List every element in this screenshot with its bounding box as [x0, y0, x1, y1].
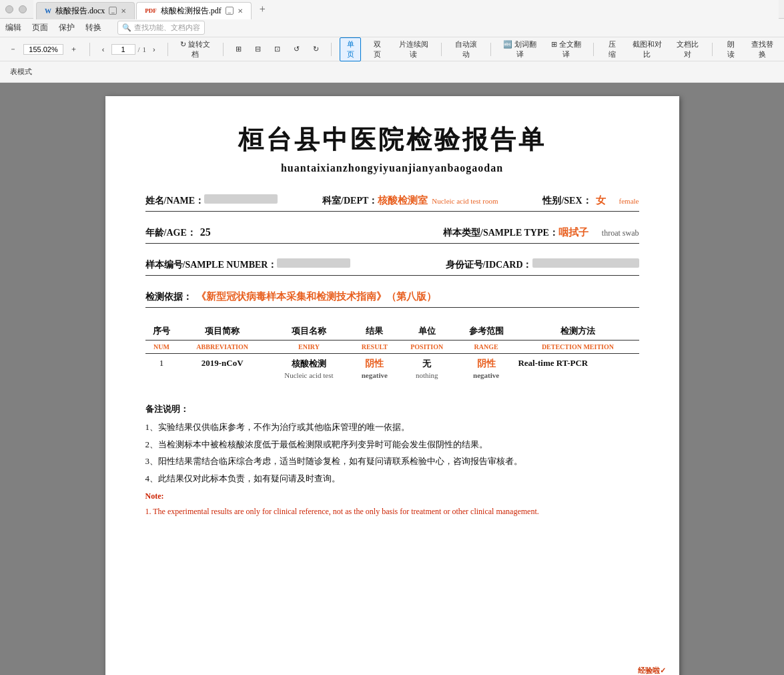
note-en-label: Note:: [145, 491, 639, 501]
table-row: 1 2019-nCoV 核酸检测 Nucleic acid test 阴性 ne…: [145, 354, 639, 384]
note-item-3: 3、阳性结果需结合临床综合考虑，适当时随诊复检，如有疑问请联系检验中心，咨询报告…: [145, 455, 639, 468]
prev-page-button[interactable]: ‹: [98, 44, 109, 55]
search-placeholder: 查找功能、文档内容: [134, 23, 200, 33]
note-item-1: 1、实验结果仅供临床参考，不作为治疗或其他临床管理的唯一依据。: [145, 421, 639, 434]
search-box[interactable]: 🔍 查找功能、文档内容: [117, 21, 205, 35]
col-num-header: 序号: [145, 322, 178, 341]
next-page-button[interactable]: ›: [149, 44, 159, 55]
minimize-button[interactable]: [5, 5, 13, 13]
row-name: 核酸检测 Nucleic acid test: [267, 354, 351, 384]
sample-type-zh: 咽拭子: [558, 226, 589, 239]
note-en-item-1: 1. The experimental results are only for…: [145, 507, 639, 517]
menu-convert[interactable]: 转换: [85, 22, 101, 33]
read-aloud-button[interactable]: 朗读: [721, 38, 741, 61]
menu-edit[interactable]: 编辑: [5, 22, 21, 33]
age-label: 年龄/AGE：: [145, 227, 196, 239]
zoom-out-button[interactable]: －: [5, 43, 21, 55]
notes-section: 备注说明： 1、实验结果仅供临床参考，不作为治疗或其他临床管理的唯一依据。 2、…: [145, 403, 639, 517]
col-name-header: 项目名称: [267, 322, 351, 341]
fit-icon-button[interactable]: ⊞: [232, 43, 246, 55]
zoom-in-button[interactable]: ＋: [66, 43, 81, 55]
compare-button[interactable]: 文档比对: [671, 38, 704, 61]
tab-pdf-close[interactable]: ✕: [238, 7, 243, 15]
report-title-zh: 桓台县中医院检验报告单: [145, 123, 639, 157]
fit-width-button[interactable]: ⊟: [251, 43, 265, 55]
pdf-icon: PDF: [145, 7, 157, 14]
divider-1: [89, 43, 90, 56]
col-method-header: 检测方法: [516, 322, 639, 341]
sample-num-blurred: [277, 258, 350, 268]
compress-button[interactable]: 压缩: [602, 38, 622, 61]
divider-7: [593, 43, 594, 56]
result-table: 序号 项目简称 项目名称 结果 单位 参考范围 检测方法 NUM ABBREVI…: [145, 322, 639, 383]
zoom-group: － ＋: [5, 43, 81, 55]
table-mode-button[interactable]: 表模式: [5, 65, 37, 79]
sample-num-label: 样本编号/SAMPLE NUMBER：: [145, 259, 278, 271]
auto-scroll-button[interactable]: 自动滚动: [450, 38, 482, 61]
page-input[interactable]: [111, 44, 135, 55]
tab-docx-close[interactable]: ✕: [121, 7, 126, 15]
info-row-name: 姓名/NAME： 科室/DEPT： 核酸检测室 Nucleic acid tes…: [145, 194, 639, 212]
dept-label: 科室/DEPT：: [322, 195, 378, 207]
col-result-header: 结果: [351, 322, 398, 341]
info-row-sample: 样本编号/SAMPLE NUMBER： 身份证号/IDCARD：: [145, 258, 639, 276]
screenshot-button[interactable]: 截图和对比: [628, 38, 667, 61]
word-translate-button[interactable]: 🔤 划词翻译: [499, 38, 541, 61]
scroll-button[interactable]: 片连续阅读: [394, 37, 434, 61]
row-name-en: Nucleic acid test: [268, 371, 350, 379]
pdf-page: 桓台县中医院检验报告单 huantaixianzhongyiyuanjianya…: [105, 96, 679, 675]
sample-type-en: throat swab: [602, 228, 639, 238]
tab-pdf[interactable]: PDF 核酸检测报告.pdf _ ✕: [136, 2, 252, 19]
title-bar: W 核酸报告.docx _ ✕ PDF 核酸检测报告.pdf _ ✕ +: [0, 0, 784, 19]
sub-unit: POSITION: [398, 341, 455, 354]
sex-value-en: female: [619, 197, 639, 205]
row-result: 阴性 negative: [351, 354, 398, 384]
note-item-4: 4、此结果仅对此标本负责，如有疑问请及时查询。: [145, 472, 639, 485]
search-icon: 🔍: [122, 23, 131, 32]
menu-bar: 编辑 页面 保护 转换 🔍 查找功能、文档内容: [0, 19, 784, 37]
rotate-left-button[interactable]: ↺: [290, 43, 304, 55]
sample-type-label: 样本类型/SAMPLE TYPE：: [443, 227, 558, 239]
row-name-zh: 核酸检测: [268, 358, 350, 370]
basis-value: 《新型冠状病毒样本采集和检测技术指南》（第八版）: [196, 290, 436, 303]
sub-name: ENIRY: [267, 341, 351, 354]
row-unit: 无 nothing: [398, 354, 455, 384]
range-en: negative: [457, 371, 515, 379]
fit-page-button[interactable]: ⊡: [270, 43, 284, 55]
sex-value-zh: 女: [596, 194, 606, 207]
sub-method: DETECTION MEITION: [516, 341, 639, 354]
minimize-tab2-icon[interactable]: _: [226, 7, 234, 15]
single-page-button[interactable]: 单页: [340, 37, 361, 61]
tab-docx[interactable]: W 核酸报告.docx _ ✕: [36, 2, 135, 19]
col-range-header: 参考范围: [456, 322, 516, 341]
full-translate-button[interactable]: ⊞ 全文翻译: [546, 38, 586, 61]
divider-4: [331, 43, 332, 56]
unit-en: nothing: [399, 371, 454, 379]
add-tab-button[interactable]: +: [256, 3, 270, 15]
docx-icon: W: [45, 7, 51, 15]
rotate-icon: ↻: [180, 40, 186, 48]
sub-num: NUM: [145, 341, 178, 354]
rotate-right-button[interactable]: ↻: [309, 43, 323, 55]
idcard-blurred: [532, 258, 639, 268]
row-method: Real-time RT-PCR: [516, 354, 639, 384]
name-label: 姓名/NAME：: [145, 195, 205, 207]
maximize-button[interactable]: [19, 5, 27, 13]
menu-protect[interactable]: 保护: [59, 22, 75, 33]
watermark-line1: 经验啦✓: [621, 666, 665, 675]
minimize-tab-icon[interactable]: _: [109, 7, 117, 15]
divider-8: [712, 43, 713, 56]
watermark: 经验啦✓ jingyanla.com: [621, 666, 665, 675]
dept-value-zh: 核酸检测室: [378, 194, 428, 207]
toolbar-1: － ＋ ‹ / 1 › ↻ 旋转文档 ⊞ ⊟ ⊡ ↺ ↻ 单页 双页 片连续阅读…: [0, 37, 784, 61]
rotate-button[interactable]: ↻ 旋转文档: [176, 38, 216, 61]
pdf-area: 桓台县中医院检验报告单 huantaixianzhongyiyuanjianya…: [0, 83, 784, 675]
menu-page[interactable]: 页面: [32, 22, 48, 33]
tab-bar: W 核酸报告.docx _ ✕ PDF 核酸检测报告.pdf _ ✕ +: [33, 0, 779, 19]
tab-pdf-label: 核酸检测报告.pdf: [161, 5, 222, 17]
find-replace-button[interactable]: 查找替换: [746, 38, 779, 61]
sex-label: 性别/SEX：: [542, 195, 591, 207]
window-controls[interactable]: [5, 5, 27, 13]
double-page-button[interactable]: 双页: [366, 37, 388, 61]
zoom-input[interactable]: [23, 44, 63, 55]
